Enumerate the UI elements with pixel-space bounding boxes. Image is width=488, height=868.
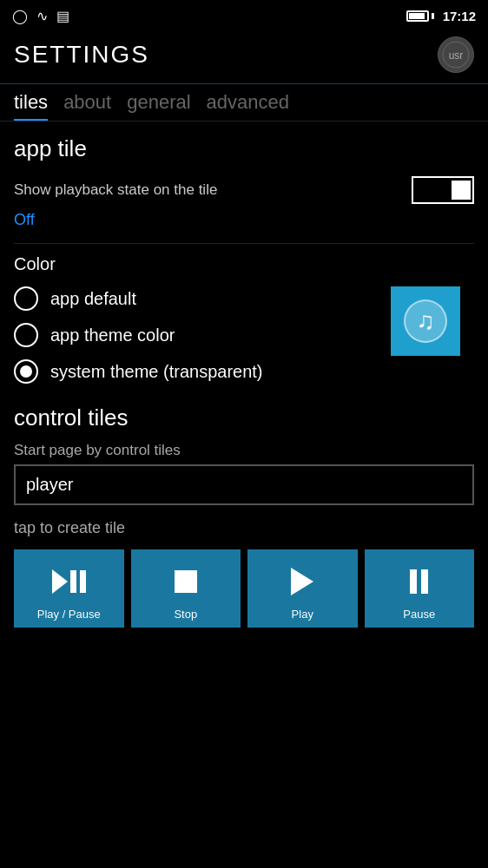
play-button[interactable]: Play <box>247 549 358 628</box>
avatar[interactable]: usr <box>438 36 474 73</box>
color-option-app-default[interactable]: app default <box>14 286 263 311</box>
color-option-label-2: system theme (transparent) <box>50 362 263 382</box>
playback-setting-row: Show playback state on the tile <box>14 176 474 204</box>
color-option-app-theme[interactable]: app theme color <box>14 323 263 347</box>
app-tile-title: app tile <box>14 135 474 162</box>
play-pause-icon <box>52 562 86 601</box>
stop-button[interactable]: Stop <box>131 549 241 628</box>
color-label: Color <box>14 254 474 274</box>
radio-dot-selected <box>20 365 32 378</box>
message-icon: ▤ <box>56 8 69 24</box>
tile-preview-inner: ♫ <box>404 299 447 343</box>
control-tiles-title: control tiles <box>14 404 474 431</box>
music-note-icon: ♫ <box>417 307 435 335</box>
tab-advanced[interactable]: advanced <box>207 91 289 121</box>
play-pause-label: Play / Pause <box>37 608 101 621</box>
play-label: Play <box>292 608 313 621</box>
color-option-label-1: app theme color <box>50 326 175 345</box>
radio-app-theme[interactable] <box>14 323 38 347</box>
tab-tiles[interactable]: tiles <box>14 91 48 121</box>
control-buttons: Play / Pause Stop Play <box>14 549 474 628</box>
radio-system-theme[interactable] <box>14 359 38 384</box>
header: SETTINGS usr <box>0 31 488 84</box>
battery-icon <box>406 10 434 22</box>
color-area: Color app default app theme color <box>14 254 474 384</box>
color-options: app default app theme color system theme… <box>14 286 263 384</box>
start-page-label: Start page by control tiles <box>14 442 474 459</box>
status-icons: ◯ ∿ ▤ <box>12 8 69 24</box>
tabs: tiles about general advanced <box>0 84 488 122</box>
page-title: SETTINGS <box>14 41 149 69</box>
radio-app-default[interactable] <box>14 286 38 311</box>
control-tiles-section: control tiles Start page by control tile… <box>14 404 474 628</box>
status-right: 17:12 <box>406 9 476 23</box>
start-page-input[interactable] <box>14 464 474 505</box>
color-options-with-tile: app default app theme color system theme… <box>14 286 474 384</box>
color-option-label-0: app default <box>50 289 136 309</box>
status-bar: ◯ ∿ ▤ 17:12 <box>0 0 488 31</box>
stop-icon <box>175 562 197 601</box>
tile-preview: ♫ <box>391 286 460 356</box>
app-icon: ◯ <box>12 8 28 24</box>
tab-about[interactable]: about <box>63 91 111 121</box>
playback-value: Off <box>14 211 474 229</box>
playback-label: Show playback state on the tile <box>14 181 217 199</box>
pause-button[interactable]: Pause <box>365 549 475 628</box>
tap-to-create-label: tap to create tile <box>14 519 474 537</box>
main-content: app tile Show playback state on the tile… <box>0 122 488 852</box>
playback-toggle[interactable] <box>412 176 474 204</box>
svg-text:usr: usr <box>449 49 464 62</box>
time-display: 17:12 <box>443 9 476 23</box>
wifi-icon: ∿ <box>36 8 48 24</box>
play-pause-button[interactable]: Play / Pause <box>14 549 124 628</box>
tab-general[interactable]: general <box>127 91 190 121</box>
pause-icon <box>410 562 428 601</box>
stop-label: Stop <box>174 608 197 621</box>
color-option-system-theme[interactable]: system theme (transparent) <box>14 359 263 384</box>
toggle-knob <box>452 181 471 200</box>
pause-label: Pause <box>403 608 435 621</box>
play-icon <box>291 562 313 601</box>
divider-1 <box>14 243 474 244</box>
toggle-container[interactable] <box>412 176 474 204</box>
